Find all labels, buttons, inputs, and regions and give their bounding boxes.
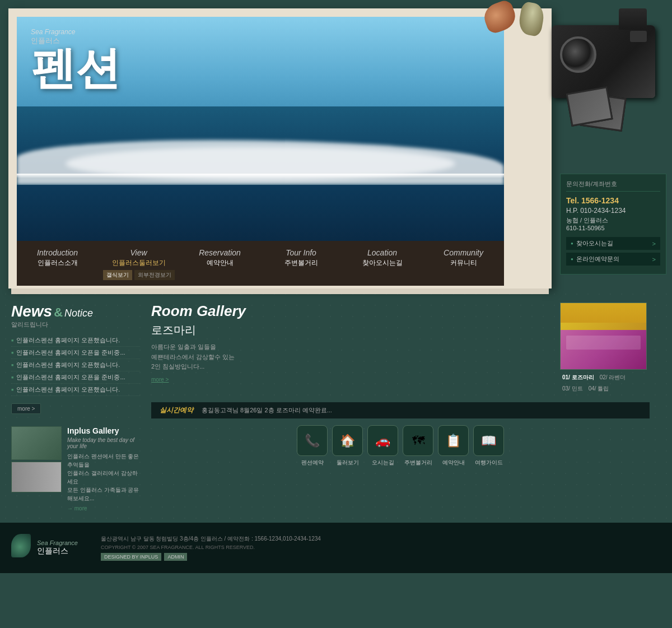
- room-tabs: 01/ 로즈마리 02/ 라벤더 03/ 민트 04/ 튤립: [560, 373, 650, 394]
- live-text: 홍길동고객님 8월26일 2층 로즈마리 예약완료...: [202, 406, 332, 415]
- guide-icon: 📖: [473, 425, 504, 456]
- live-reservation-bar: 실시간예약 홍길동고객님 8월26일 2층 로즈마리 예약완료...: [151, 402, 650, 418]
- nav-introduction[interactable]: Introduction 인플러스소개: [17, 245, 98, 271]
- icon-btn-tour[interactable]: 🏠 둘러보기: [332, 425, 363, 467]
- live-label: 실시간예약: [160, 406, 193, 415]
- booking-icon: 📋: [438, 425, 469, 456]
- inplus-gallery-title: Inplus Gallery: [67, 426, 140, 435]
- room-tab-1[interactable]: 01/ 로즈마리: [560, 373, 596, 383]
- room-description: 아름다운 일출과 일들을예쁜테라스에서 감상할수 있는2인 침실방입니다...: [151, 342, 552, 372]
- footer: Sea Fragrance 인플러스 울산광역시 남구 달동 청럼빌딩 3층/4…: [0, 523, 672, 573]
- news-item[interactable]: 인플러스펜션 홈페이지 오픈을 준비중...: [11, 371, 140, 384]
- pension-label: 펜션예약: [301, 459, 324, 467]
- news-title: News & Notice: [11, 303, 140, 320]
- camera-decoration: [538, 3, 655, 109]
- nav-sub-gallery[interactable]: 갤식보기: [103, 270, 132, 280]
- icon-buttons-row: 📞 펜션예약 🏠 둘러보기 🚗 오시는길 🗺 주변볼거리 📋 예약: [151, 425, 650, 467]
- room-name: 로즈마리: [151, 323, 552, 338]
- news-section: News & Notice 알리드립니다 인플러스펜션 홈페이지 오픈했습니다.…: [11, 303, 140, 414]
- footer-copyright: COPYRIGHT © 2007 SEA FRAGRANCE. ALL RIGH…: [101, 545, 661, 550]
- nav-tourinfo[interactable]: Tour Info 주변볼거리: [260, 245, 342, 271]
- tour-label: 둘러보기: [337, 459, 359, 467]
- room-tab-2[interactable]: 02/ 라벤더: [598, 373, 628, 383]
- booking-label: 예약안내: [442, 459, 465, 467]
- room-gallery-section: Room Gallery 로즈마리 아름다운 일출과 일들을예쁜테라스에서 감상…: [151, 303, 650, 394]
- contact-box: 문의전화/계좌번호 Tel. 1566-1234 H.P. 010-2434-1…: [560, 174, 666, 275]
- footer-badge-designed: DESIGNED BY INPLUS: [101, 553, 161, 561]
- inplus-gallery-more[interactable]: → more: [67, 505, 140, 511]
- hero-brand-kr-large: 펜션: [31, 46, 120, 91]
- footer-badge-admin[interactable]: ADMIN: [164, 553, 187, 561]
- directions-icon: 🚗: [367, 425, 398, 456]
- nav-community[interactable]: Community 커뮤니티: [423, 245, 504, 271]
- footer-logo-kr: 인플러스: [37, 546, 78, 556]
- nav-location[interactable]: Location 찾아오시는길: [342, 245, 423, 271]
- contact-link-reservation[interactable]: 온라인예약문의: [566, 253, 660, 266]
- icon-btn-directions[interactable]: 🚗 오시는길: [367, 425, 398, 467]
- nav-reservation[interactable]: Reservation 예약안내: [179, 245, 260, 271]
- nearby-label: 주변볼거리: [404, 459, 432, 467]
- room-tab-3[interactable]: 03/ 민트: [560, 384, 585, 394]
- contact-title: 문의전화/계좌번호: [566, 180, 660, 192]
- gallery-thumbnail-1[interactable]: [11, 426, 62, 460]
- nearby-icon: 🗺: [403, 425, 433, 456]
- gallery-thumbnail-2[interactable]: [11, 462, 62, 492]
- news-list: 인플러스펜션 홈페이지 오픈했습니다. 인플러스펜션 홈페이지 오픈을 준비중.…: [11, 334, 140, 396]
- room-tab-4[interactable]: 04/ 튤립: [586, 384, 612, 394]
- icon-btn-pension[interactable]: 📞 펜션예약: [297, 425, 328, 467]
- news-item[interactable]: 인플러스펜션 홈페이지 오픈을 준비중...: [11, 347, 140, 359]
- inplus-gallery-text: 인플러스 펜션에서 만든 좋은 추억들을 인플러스 갤러리에서 감상하세요 모든…: [67, 452, 140, 503]
- footer-logo-en: Sea Fragrance: [37, 539, 78, 546]
- room-visual-area: 01/ 로즈마리 02/ 라벤더 03/ 민트 04/ 튤립: [560, 303, 650, 394]
- pension-icon: 📞: [297, 425, 328, 456]
- nav-view[interactable]: View 인플러스둘러보기 갤식보기 외부전경보기: [98, 245, 179, 283]
- icon-btn-booking[interactable]: 📋 예약안내: [438, 425, 469, 467]
- hero-brand-en: Sea Fragrance: [31, 28, 120, 36]
- icon-btn-nearby[interactable]: 🗺 주변볼거리: [403, 425, 433, 467]
- contact-hp: H.P. 010-2434-1234: [566, 207, 660, 215]
- news-more-button[interactable]: more >: [11, 403, 41, 414]
- room-more-button[interactable]: more >: [151, 376, 552, 383]
- footer-address: 울산광역시 남구 달동 청럼빌딩 3층/4층 인플러스 / 예약전화 : 156…: [101, 535, 661, 543]
- tour-icon: 🏠: [332, 425, 363, 456]
- news-item[interactable]: 인플러스펜션 홈페이지 오픈했습니다.: [11, 334, 140, 347]
- inplus-gallery-section: Inplus Gallery Make today the best day o…: [11, 426, 140, 511]
- shell-decoration-1: [480, 0, 519, 35]
- contact-bank: 농협 / 인플러스 610-11-50965: [566, 216, 660, 231]
- nav-bar: Introduction 인플러스소개 View 인플러스둘러보기 갤식보기 외…: [17, 241, 504, 286]
- news-subtitle: 알리드립니다: [11, 320, 140, 329]
- icon-btn-guide[interactable]: 📖 여행가이드: [473, 425, 504, 467]
- contact-tel: Tel. 1566-1234: [566, 196, 660, 205]
- news-item[interactable]: 인플러스펜션 홈페이지 오픈했습니다.: [11, 359, 140, 371]
- guide-label: 여행가이드: [475, 459, 503, 467]
- news-item[interactable]: 인플러스펜션 홈페이지 오픈했습니다.: [11, 384, 140, 396]
- directions-label: 오시는길: [372, 459, 394, 467]
- inplus-gallery-subtitle: Make today the best day of your life: [67, 437, 140, 449]
- room-gallery-title: Room Gallery: [151, 303, 552, 320]
- contact-link-location[interactable]: 찾아오시는길: [566, 237, 660, 250]
- hero-ocean-image: Sea Fragrance 인플러스 펜션: [17, 17, 504, 241]
- room-main-image[interactable]: [560, 303, 647, 370]
- nav-sub-exterior[interactable]: 외부전경보기: [134, 270, 175, 280]
